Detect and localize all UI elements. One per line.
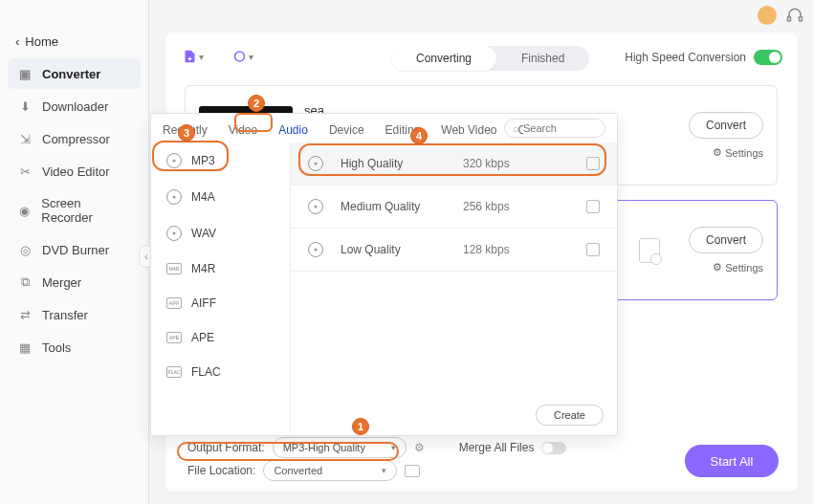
tab-device[interactable]: Device [327,120,366,141]
format-m4a[interactable]: M4A [151,179,290,215]
download-icon: ⬇ [17,99,33,114]
tab-audio[interactable]: Audio [276,120,310,141]
audio-icon [308,156,323,171]
format-label: AIFF [191,296,216,310]
chevron-left-icon: ‹ [15,34,19,49]
file-icon: FLAC [166,366,182,378]
format-wav[interactable]: WAV [151,215,290,252]
open-folder-icon[interactable] [405,465,420,477]
file-icon: APE [166,332,182,343]
sidebar-item-label: Compressor [42,132,110,146]
gear-icon: ⚙ [713,261,722,274]
edit-icon[interactable] [586,243,600,256]
file-icon: M4R [166,263,182,274]
sidebar-item-downloader[interactable]: ⬇ Downloader [8,91,141,121]
quality-high[interactable]: High Quality 320 kbps [291,142,617,186]
compress-icon: ⇲ [17,131,33,146]
output-format-select[interactable]: MP3-High Quality ▾ [273,437,406,458]
top-tools: ▾ ▾ [183,46,253,67]
sidebar-item-label: Downloader [42,99,108,114]
tab-webvideo[interactable]: Web Video [439,120,498,141]
merge-toggle[interactable] [541,442,566,454]
format-m4r[interactable]: M4RM4R [151,252,290,286]
quality-name: Medium Quality [341,200,446,213]
file-location-value: Converted [274,465,322,476]
edit-icon[interactable] [586,157,600,170]
format-aiff[interactable]: AIFFAIFF [151,286,290,320]
sidebar-item-label: Merger [42,275,81,290]
settings-label: Settings [725,262,763,274]
settings-label: Settings [725,147,763,159]
chevron-down-icon: ▾ [391,443,396,452]
convert-button[interactable]: Convert [689,227,763,253]
sidebar-item-transfer[interactable]: ⇄ Transfer [8,299,141,330]
file-location-label: File Location: [187,464,255,477]
output-format-value: MP3-High Quality [283,442,365,453]
create-button[interactable]: Create [536,405,604,426]
edit-icon[interactable] [586,200,600,213]
sidebar-item-compressor[interactable]: ⇲ Compressor [8,123,141,154]
home-link[interactable]: ‹ Home [0,27,148,56]
transfer-icon: ⇄ [17,307,33,322]
sidebar-item-converter[interactable]: ▣ Converter [8,58,141,89]
format-mp3[interactable]: MP3 [151,142,290,179]
hsc-label: High Speed Conversion [625,51,746,64]
gear-icon: ⚙ [713,146,722,159]
search-input[interactable] [523,122,590,134]
format-label: M4R [191,262,215,275]
quality-name: High Quality [341,157,446,170]
format-popup: Recently Video Audio Device Editing Web … [150,113,618,436]
search-icon: ⌕ [513,122,519,134]
merge-icon: ⧉ [17,274,33,290]
tab-finished[interactable]: Finished [496,46,589,71]
format-flac[interactable]: FLACFLAC [151,355,290,389]
hsc-toggle[interactable] [754,50,782,65]
sidebar-item-label: Transfer [42,308,88,322]
format-label: FLAC [191,365,221,379]
add-url-button[interactable]: ▾ [232,46,253,67]
sidebar-item-video-editor[interactable]: ✂ Video Editor [8,156,141,186]
quality-bitrate: 256 kbps [463,200,510,213]
sidebar-item-label: Converter [42,67,100,81]
avatar[interactable] [758,6,777,25]
quality-medium[interactable]: Medium Quality 256 kbps [291,186,617,229]
step-badge-3: 3 [178,124,195,142]
convert-button[interactable]: Convert [689,112,763,139]
topbar-right [758,6,803,25]
format-label: WAV [191,227,216,240]
quality-low[interactable]: Low Quality 128 kbps [291,229,617,272]
quality-list: High Quality 320 kbps Medium Quality 256… [291,142,617,399]
tab-video[interactable]: Video [227,120,259,141]
record-icon: ◉ [17,203,32,218]
scissors-icon: ✂ [17,164,33,179]
popup-search[interactable]: ⌕ [504,119,605,138]
tab-converting[interactable]: Converting [391,46,496,71]
svg-rect-1 [800,17,802,22]
audio-icon [308,242,323,257]
step-badge-4: 4 [410,127,428,144]
sidebar-item-screen-recorder[interactable]: ◉ Screen Recorder [8,188,141,232]
chevron-down-icon: ▾ [382,466,386,475]
grid-icon: ▦ [17,340,33,355]
add-file-button[interactable]: ▾ [183,46,204,67]
settings-link[interactable]: ⚙ Settings [713,261,763,274]
converter-icon: ▣ [17,66,33,81]
audio-icon [166,226,182,241]
format-label: APE [191,331,214,344]
high-speed-row: High Speed Conversion [625,50,782,65]
sidebar-item-merger[interactable]: ⧉ Merger [8,267,141,297]
output-format-row: Output Format: MP3-High Quality ▾ ⚙ Merg… [187,437,771,458]
audio-icon [166,189,182,205]
settings-link[interactable]: ⚙ Settings [713,146,763,159]
sidebar-item-dvd-burner[interactable]: ◎ DVD Burner [8,234,141,265]
support-icon[interactable] [786,7,803,24]
output-format-icon[interactable] [639,238,660,263]
sidebar: ‹ Home ▣ Converter ⬇ Downloader ⇲ Compre… [0,0,149,504]
sidebar-item-tools[interactable]: ▦ Tools [8,332,141,362]
file-location-select[interactable]: Converted ▾ [263,460,397,481]
svg-rect-0 [788,17,791,22]
batch-settings-icon[interactable]: ⚙ [414,441,425,454]
format-ape[interactable]: APEAPE [151,320,290,355]
start-all-button[interactable]: Start All [685,445,779,477]
format-label: MP3 [191,154,215,167]
